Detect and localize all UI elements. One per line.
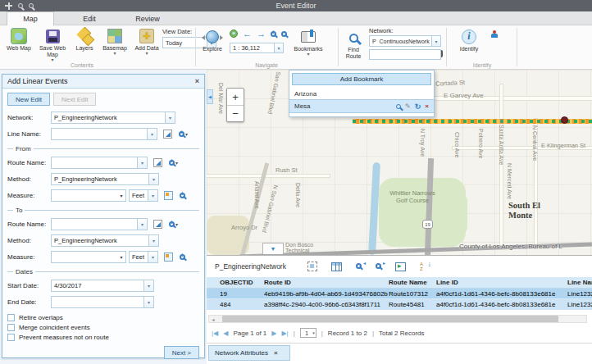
new-edit-button[interactable]: New Edit	[7, 93, 50, 106]
table-options-icon[interactable]	[331, 262, 342, 271]
from-route-name-select[interactable]	[51, 157, 148, 169]
measure-tool-icon[interactable]	[164, 253, 173, 262]
add-bookmark-button[interactable]: Add Bookmark	[292, 73, 431, 85]
zoom-menu-icon[interactable]: +	[169, 221, 178, 227]
zoom-tool-icon[interactable]: +	[180, 254, 185, 260]
scrollbar-thumb[interactable]	[222, 316, 558, 322]
locate-person-icon[interactable]	[490, 30, 499, 39]
zoom-in-icon[interactable]	[18, 3, 23, 8]
pan-icon[interactable]	[5, 2, 12, 10]
zoom-out-icon[interactable]	[29, 3, 34, 8]
scale-select[interactable]: 1 : 36,112	[230, 43, 284, 53]
add-data-button[interactable]: Add Data ▾	[131, 28, 162, 56]
col-route-name: Route Name	[389, 279, 436, 286]
chevron-down-icon	[137, 157, 147, 168]
table-row[interactable]: 484 a398ff4c-2940-4c00-96b6-c6343f8f1711…	[207, 299, 592, 310]
horizontal-scrollbar[interactable]: ◂	[208, 315, 587, 323]
from-unit-select[interactable]: Feet	[129, 189, 158, 202]
sort-icon[interactable]: AZ	[420, 262, 430, 271]
road-santa-anita	[500, 84, 503, 248]
to-measure-input[interactable]: ▾	[51, 251, 126, 263]
zoom-to-selection-icon[interactable]: ◂	[356, 263, 362, 271]
from-method-select[interactable]: P_EngineeringNetwork	[51, 173, 159, 185]
tab-review[interactable]: Review	[121, 11, 174, 25]
edit-bookmark-icon[interactable]: ✎	[405, 102, 411, 110]
select-on-map-icon[interactable]	[153, 158, 162, 167]
panel-collapse-arrow[interactable]: ◀	[207, 89, 213, 104]
next-edit-button[interactable]: Next Edit	[53, 93, 96, 106]
zoom-menu-icon[interactable]: +	[169, 160, 178, 166]
to-method-select[interactable]: P_EngineeringNetwork	[51, 234, 159, 247]
street-label: Del Mar Ave	[218, 83, 224, 114]
prev-page-icon[interactable]: ◀	[223, 330, 228, 337]
save-web-map-button[interactable]: Save Web Map ▾	[36, 28, 69, 62]
scroll-left-icon[interactable]: ◂	[209, 316, 217, 322]
table-row[interactable]: 19 4eb9419b-af9b-4d04-ab69-1d493476802b …	[207, 289, 592, 299]
clear-selection-icon[interactable]	[307, 262, 317, 271]
pan-to-selection-icon[interactable]: ▸	[376, 263, 381, 271]
bookmark-item-arizona[interactable]: Arizona	[289, 88, 434, 99]
map-zoom-out-button[interactable]: −	[227, 105, 244, 121]
start-date-select[interactable]: 4/30/2017	[51, 280, 154, 292]
switch-selection-icon[interactable]	[395, 262, 406, 271]
to-route-name-select[interactable]	[51, 218, 148, 230]
merge-coincident-checkbox[interactable]	[7, 324, 15, 331]
select-on-map-icon[interactable]	[163, 130, 172, 139]
page-select[interactable]: 1	[300, 328, 316, 338]
chevron-down-icon: ▾	[145, 52, 148, 56]
next-button[interactable]: Next >	[164, 346, 199, 359]
zoom-out-tool-icon[interactable]: −	[281, 31, 287, 37]
route-marker[interactable]	[561, 116, 568, 124]
table-header-row[interactable]: OBJECTID Route ID Route Name Line ID Lin…	[207, 277, 592, 289]
tab-edit[interactable]: Edit	[66, 11, 113, 25]
zoom-in-tool-icon[interactable]: +	[271, 31, 276, 37]
route-search-input[interactable]	[369, 49, 441, 60]
add-linear-events-panel: Add Linear Events × New Edit Next Edit N…	[2, 74, 205, 358]
end-date-select[interactable]	[51, 296, 154, 308]
bookmarks-button[interactable]: Bookmarks ▾	[289, 29, 328, 57]
web-map-button[interactable]: Web Map	[3, 28, 34, 52]
delete-bookmark-icon[interactable]: ×	[425, 102, 429, 110]
tab-network-attributes[interactable]: Network Attributes ×	[208, 345, 290, 361]
basemap-icon	[107, 29, 122, 43]
layers-button[interactable]: Layers	[71, 28, 98, 52]
network-select[interactable]: P_ContinuousNetwork	[369, 35, 441, 47]
bookmark-item-mesa[interactable]: Mesa ✎ ↻ ×	[289, 99, 434, 113]
record-range-text: Record 1 to 2	[328, 330, 367, 337]
first-page-icon[interactable]: |◀	[212, 330, 218, 337]
find-route-button[interactable]: Find Route	[341, 30, 366, 60]
retire-overlaps-checkbox[interactable]	[7, 314, 15, 321]
zoom-tool-icon[interactable]: +	[180, 193, 185, 198]
retire-overlaps-label: Retire overlaps	[19, 314, 63, 321]
ribbon-tab-bar: Map Edit Review	[0, 11, 592, 25]
measure-tool-icon[interactable]	[164, 191, 173, 200]
line-name-select[interactable]	[51, 128, 157, 140]
route-line-dots	[353, 120, 592, 123]
to-unit-select[interactable]: Feet	[129, 251, 158, 263]
close-tab-icon[interactable]: ×	[274, 349, 278, 357]
basemap-button[interactable]: Basemap ▾	[99, 28, 130, 56]
group-separator	[195, 28, 196, 66]
zoom-to-bookmark-icon[interactable]	[396, 104, 401, 109]
previous-extent-icon[interactable]: ←	[243, 30, 252, 38]
total-records-text: Total 2 Records	[379, 330, 425, 337]
next-extent-icon[interactable]: →	[257, 30, 266, 38]
street-label: N Central Ave	[532, 125, 538, 161]
zoom-menu-icon[interactable]: +	[179, 131, 188, 137]
explore-button[interactable]: Explore	[198, 29, 226, 52]
network-field-label: Network:	[7, 114, 48, 121]
from-measure-input[interactable]: ▾	[51, 189, 126, 202]
last-page-icon[interactable]: ▶|	[281, 330, 288, 337]
network-field-select[interactable]: P_EngineeringNetwork	[51, 111, 175, 124]
tab-map[interactable]: Map	[7, 11, 54, 25]
select-on-map-icon[interactable]	[153, 220, 162, 229]
prevent-measures-checkbox[interactable]	[7, 334, 15, 341]
full-extent-icon[interactable]	[230, 30, 238, 38]
attribute-table: OBJECTID Route ID Route Name Line ID Lin…	[207, 277, 592, 310]
map-zoom-in-button[interactable]: +	[227, 89, 244, 105]
close-icon[interactable]: ×	[195, 77, 199, 85]
refresh-bookmark-icon[interactable]: ↻	[415, 102, 421, 111]
identify-button[interactable]: i Identify	[453, 29, 485, 52]
table-collapse-arrow[interactable]: ▼	[262, 243, 284, 254]
next-page-icon[interactable]: ▶	[271, 330, 276, 337]
